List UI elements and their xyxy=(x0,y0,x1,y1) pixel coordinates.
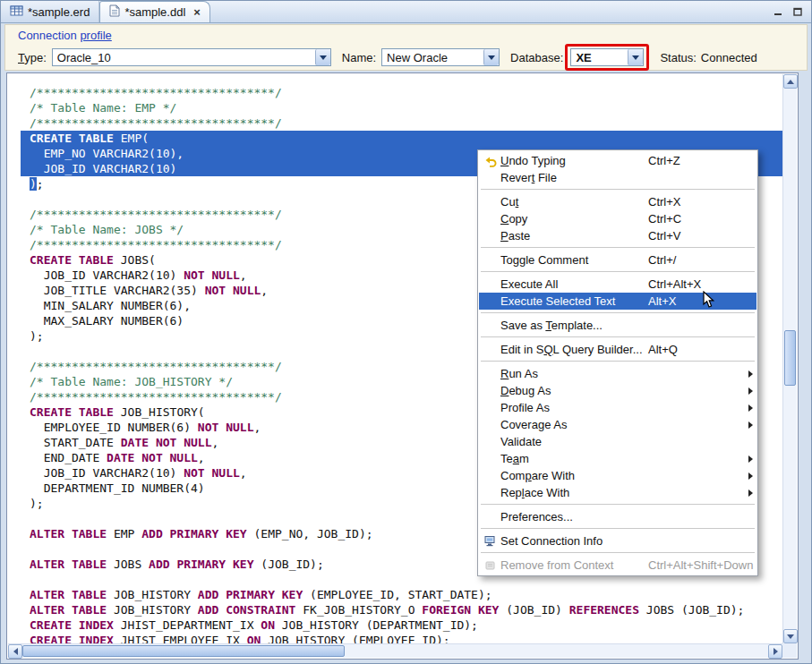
tab-sample-erd[interactable]: *sample.erd xyxy=(1,1,99,22)
menu-item-undo-typing[interactable]: Undo TypingCtrl+Z xyxy=(479,152,756,169)
vertical-scroll-thumb[interactable] xyxy=(784,330,796,386)
menu-separator xyxy=(481,528,755,529)
tab-label: *sample.ddl xyxy=(124,5,185,19)
code-line[interactable]: /* Table Name: EMP */ xyxy=(21,100,782,115)
submenu-arrow-icon xyxy=(744,455,753,463)
sql-editor-window: *sample.erd *sample.ddl × Connection pro… xyxy=(0,0,812,664)
vertical-scrollbar[interactable] xyxy=(782,74,797,643)
scroll-down-icon[interactable] xyxy=(783,629,798,643)
menu-separator xyxy=(481,189,755,190)
scroll-left-icon[interactable] xyxy=(8,644,22,659)
menu-separator xyxy=(481,247,755,248)
chevron-down-icon[interactable] xyxy=(483,49,499,65)
code-line[interactable]: CREATE INDEX JHIST_EMPLOYEE_IX ON JOB_HI… xyxy=(21,633,782,643)
code-line[interactable]: ALTER TABLE JOB_HISTORY ADD CONSTRAINT F… xyxy=(21,602,782,617)
connection-profile-row: Type: Oracle_10 Name: New Oracle Databas… xyxy=(18,45,799,70)
connection-profile-panel: Connection profile Type: Oracle_10 Name:… xyxy=(4,24,808,71)
submenu-arrow-icon xyxy=(744,370,753,378)
scrollbar-corner xyxy=(782,643,797,658)
menu-item-revert-file[interactable]: Revert File xyxy=(479,169,756,186)
menu-item-team[interactable]: Team xyxy=(479,450,756,467)
database-label: Database: xyxy=(510,51,563,64)
minimize-icon[interactable] xyxy=(772,5,784,18)
menu-item-save-as-template[interactable]: Save as Template... xyxy=(479,317,756,334)
type-combo[interactable]: Oracle_10 xyxy=(52,48,331,66)
menu-item-compare-with[interactable]: Compare With xyxy=(479,467,756,484)
chevron-down-icon[interactable] xyxy=(628,49,643,65)
tab-sample-ddl[interactable]: *sample.ddl × xyxy=(99,1,210,22)
menu-separator xyxy=(481,312,755,313)
menu-item-validate[interactable]: Validate xyxy=(479,433,756,450)
status-value: Connected xyxy=(701,51,757,64)
code-line[interactable]: CREATE TABLE EMP( xyxy=(21,131,782,146)
menu-item-debug-as[interactable]: Debug As xyxy=(479,382,756,399)
remove-context-icon xyxy=(481,560,500,571)
name-combo[interactable]: New Oracle xyxy=(381,48,500,66)
ddl-file-icon xyxy=(109,4,120,20)
editor-tab-bar: *sample.erd *sample.ddl × xyxy=(1,1,811,23)
status-label: Status: xyxy=(660,51,696,64)
menu-item-cut[interactable]: CutCtrl+X xyxy=(479,193,756,210)
menu-separator xyxy=(481,361,755,362)
menu-item-profile-as[interactable]: Profile As xyxy=(479,399,756,416)
menu-item-coverage-as[interactable]: Coverage As xyxy=(479,416,756,433)
menu-item-run-as[interactable]: Run As xyxy=(479,365,756,382)
menu-separator xyxy=(481,504,755,505)
type-combo-value: Oracle_10 xyxy=(53,51,315,64)
type-label: Type: xyxy=(18,51,47,64)
menu-separator xyxy=(481,271,755,272)
close-icon[interactable]: × xyxy=(193,6,201,18)
menu-separator xyxy=(481,336,755,337)
menu-item-toggle-comment[interactable]: Toggle CommentCtrl+/ xyxy=(479,251,756,268)
connection-icon xyxy=(481,535,500,547)
red-highlight-annotation: XE xyxy=(565,44,649,71)
menu-item-remove-from-context: Remove from ContextCtrl+Alt+Shift+Down xyxy=(479,557,756,574)
code-line[interactable]: CREATE INDEX JHIST_DEPARTMENT_IX ON JOB_… xyxy=(21,617,782,633)
erd-table-icon xyxy=(10,4,23,20)
name-label: Name: xyxy=(342,51,376,64)
menu-item-paste[interactable]: PasteCtrl+V xyxy=(479,227,756,244)
menu-item-execute-all[interactable]: Execute AllCtrl+Alt+X xyxy=(479,276,756,293)
code-line[interactable]: /**********************************/ xyxy=(21,85,782,100)
menu-item-execute-selected-text[interactable]: Execute Selected TextAlt+X xyxy=(479,293,756,310)
code-line[interactable]: /**********************************/ xyxy=(21,115,782,131)
menu-item-replace-with[interactable]: Replace With xyxy=(479,484,756,501)
horizontal-scroll-thumb[interactable] xyxy=(22,645,345,657)
undo-icon xyxy=(481,155,500,167)
database-combo[interactable]: XE xyxy=(570,48,644,66)
view-controls xyxy=(765,1,811,22)
submenu-arrow-icon xyxy=(744,472,753,480)
mouse-cursor xyxy=(703,291,714,311)
submenu-arrow-icon xyxy=(744,489,753,497)
menu-item-preferences[interactable]: Preferences... xyxy=(479,508,756,525)
database-combo-value: XE xyxy=(571,51,628,64)
code-line[interactable]: ALTER TABLE JOB_HISTORY ADD PRIMARY KEY … xyxy=(21,587,782,602)
tab-label: *sample.erd xyxy=(28,5,90,19)
menu-item-copy[interactable]: CopyCtrl+C xyxy=(479,210,756,227)
menu-separator xyxy=(481,552,755,553)
submenu-arrow-icon xyxy=(744,404,753,412)
menu-item-edit-in-sql-query-builder[interactable]: Edit in SQL Query Builder...Alt+Q xyxy=(479,341,756,358)
submenu-arrow-icon xyxy=(744,421,753,429)
menu-item-set-connection-info[interactable]: Set Connection Info xyxy=(479,532,756,549)
context-menu: Undo TypingCtrl+ZRevert FileCutCtrl+XCop… xyxy=(477,149,758,576)
chevron-down-icon[interactable] xyxy=(315,49,330,65)
horizontal-scrollbar[interactable] xyxy=(8,643,782,658)
submenu-arrow-icon xyxy=(744,387,753,395)
connection-profile-header[interactable]: Connection profile xyxy=(18,29,112,42)
scroll-up-icon[interactable] xyxy=(783,74,798,89)
maximize-icon[interactable] xyxy=(791,5,804,18)
scroll-right-icon[interactable] xyxy=(768,644,782,659)
name-combo-value: New Oracle xyxy=(382,51,483,64)
